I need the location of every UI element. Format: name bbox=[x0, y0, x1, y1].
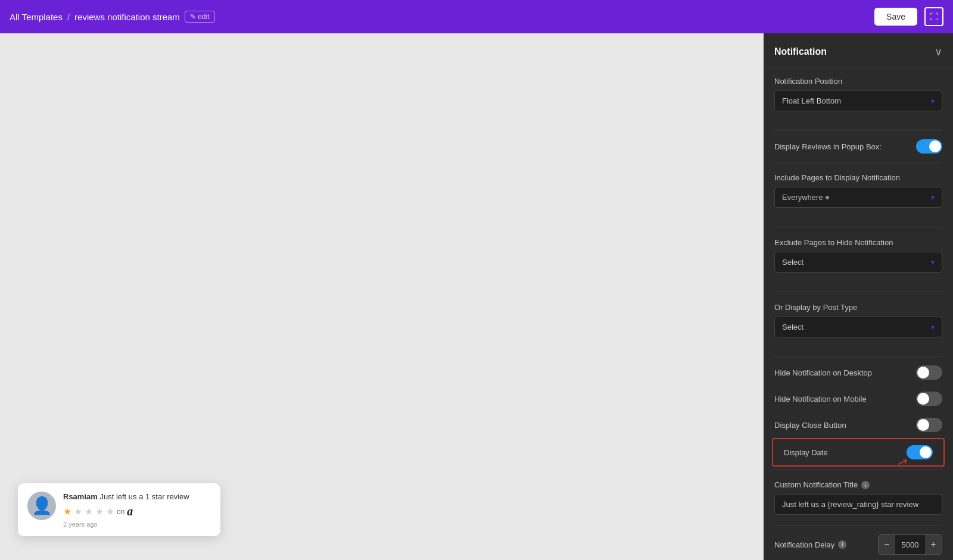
notification-position-dropdown[interactable]: Float Left Bottom ▾ bbox=[774, 90, 942, 111]
divider-2 bbox=[774, 162, 942, 162]
star-rating: ★ ★ ★ ★ ★ on a bbox=[63, 505, 211, 518]
delay-value: 5000 bbox=[895, 535, 925, 554]
notification-delay-info-icon[interactable]: i bbox=[838, 540, 846, 549]
save-button[interactable]: Save bbox=[874, 8, 917, 26]
delay-increase-button[interactable]: + bbox=[925, 535, 942, 554]
notification-delay-row: Notification Delay i − 5000 + bbox=[764, 528, 953, 560]
post-type-section: Or Display by Post Type Select ▾ bbox=[764, 295, 953, 354]
notification-position-section: Notification Position Float Left Bottom … bbox=[764, 68, 953, 128]
panel-title: Notification bbox=[774, 46, 827, 57]
hide-mobile-track[interactable] bbox=[916, 392, 942, 406]
time-ago: 2 years ago bbox=[63, 521, 211, 528]
exclude-pages-section: Exclude Pages to Hide Notification Selec… bbox=[764, 230, 953, 289]
include-pages-dropdown[interactable]: Everywhere ▾ bbox=[774, 187, 942, 208]
notification-position-value: Float Left Bottom bbox=[782, 96, 841, 105]
post-type-value: Select bbox=[782, 323, 803, 331]
hide-desktop-toggle[interactable] bbox=[916, 365, 942, 380]
notification-card: 👤 Rsamiam Just left us a 1 star review ★… bbox=[18, 483, 220, 536]
divider-3 bbox=[774, 227, 942, 227]
delay-decrease-button[interactable]: − bbox=[879, 535, 895, 554]
display-close-label: Display Close Button bbox=[774, 421, 846, 430]
everywhere-value: Everywhere bbox=[782, 193, 823, 202]
right-panel: Notification ∨ Notification Position Flo… bbox=[764, 33, 953, 560]
display-reviews-label: Display Reviews in Popup Box: bbox=[774, 142, 882, 151]
display-close-toggle[interactable] bbox=[916, 418, 942, 432]
display-reviews-toggle[interactable] bbox=[916, 139, 942, 154]
exclude-pages-arrow-icon: ▾ bbox=[931, 258, 935, 267]
include-pages-section: Include Pages to Display Notification Ev… bbox=[764, 165, 953, 224]
hide-mobile-toggle[interactable] bbox=[916, 392, 942, 406]
all-templates-link[interactable]: All Templates bbox=[10, 12, 63, 22]
breadcrumb-separator: / bbox=[67, 12, 70, 22]
hide-desktop-label: Hide Notification on Desktop bbox=[774, 368, 872, 377]
expand-button[interactable]: ⛶ bbox=[924, 7, 943, 26]
template-name: reviews notification stream bbox=[74, 12, 180, 22]
header: All Templates / reviews notification str… bbox=[0, 0, 953, 33]
star-4: ★ bbox=[95, 506, 104, 517]
display-date-toggle[interactable] bbox=[907, 445, 933, 459]
include-pages-label: Include Pages to Display Notification bbox=[774, 173, 942, 182]
tag-dot-icon bbox=[826, 196, 829, 199]
divider-7 bbox=[774, 525, 942, 526]
display-close-track[interactable] bbox=[916, 418, 942, 432]
display-date-label: Display Date bbox=[784, 448, 828, 457]
header-actions: Save ⛶ bbox=[874, 7, 943, 26]
star-5: ★ bbox=[106, 506, 114, 517]
on-label: on bbox=[117, 508, 124, 516]
post-type-arrow-icon: ▾ bbox=[931, 323, 935, 331]
amazon-logo: a bbox=[127, 505, 133, 518]
exclude-pages-value: Select bbox=[782, 258, 803, 267]
action-text: Just left us a 1 star review bbox=[99, 492, 189, 501]
notification-delay-label: Notification Delay i bbox=[774, 540, 846, 549]
custom-title-label: Custom Notification Title i bbox=[774, 480, 942, 489]
star-1: ★ bbox=[63, 506, 71, 517]
edit-badge[interactable]: ✎ edit bbox=[185, 11, 215, 23]
hide-desktop-row: Hide Notification on Desktop bbox=[764, 359, 953, 386]
display-close-row: Display Close Button bbox=[764, 412, 953, 438]
divider-5 bbox=[774, 356, 942, 357]
hide-desktop-track[interactable] bbox=[916, 365, 942, 380]
display-date-track[interactable] bbox=[907, 445, 933, 459]
avatar-icon: 👤 bbox=[32, 496, 52, 515]
notification-text: Rsamiam Just left us a 1 star review bbox=[63, 492, 211, 502]
display-reviews-row: Display Reviews in Popup Box: bbox=[764, 133, 953, 159]
notification-content: Rsamiam Just left us a 1 star review ★ ★… bbox=[63, 492, 211, 528]
include-pages-arrow-icon: ▾ bbox=[931, 193, 935, 202]
user-name: Rsamiam bbox=[63, 492, 98, 501]
canvas-area: 👤 Rsamiam Just left us a 1 star review ★… bbox=[0, 33, 764, 560]
post-type-label: Or Display by Post Type bbox=[774, 303, 942, 312]
notification-position-label: Notification Position bbox=[774, 77, 942, 86]
main-layout: 👤 Rsamiam Just left us a 1 star review ★… bbox=[0, 33, 953, 560]
notification-position-arrow-icon: ▾ bbox=[931, 97, 935, 105]
notification-delay-label-text: Notification Delay bbox=[774, 540, 834, 549]
panel-header: Notification ∨ bbox=[764, 33, 953, 68]
custom-title-info-icon[interactable]: i bbox=[861, 481, 870, 489]
avatar: 👤 bbox=[27, 492, 56, 520]
hide-mobile-label: Hide Notification on Mobile bbox=[774, 395, 867, 403]
star-3: ★ bbox=[85, 506, 93, 517]
custom-title-label-text: Custom Notification Title bbox=[774, 480, 858, 489]
notification-delay-control: − 5000 + bbox=[878, 534, 942, 555]
custom-title-section: Custom Notification Title i bbox=[764, 472, 953, 523]
post-type-dropdown[interactable]: Select ▾ bbox=[774, 317, 942, 337]
divider-6 bbox=[774, 469, 942, 470]
panel-collapse-button[interactable]: ∨ bbox=[935, 45, 942, 58]
star-2: ★ bbox=[74, 506, 82, 517]
divider-1 bbox=[774, 130, 942, 131]
hide-mobile-row: Hide Notification on Mobile bbox=[764, 386, 953, 412]
exclude-pages-label: Exclude Pages to Hide Notification bbox=[774, 238, 942, 247]
divider-4 bbox=[774, 292, 942, 292]
breadcrumb: All Templates / reviews notification str… bbox=[10, 11, 215, 23]
exclude-pages-dropdown[interactable]: Select ▾ bbox=[774, 252, 942, 273]
everywhere-tag: Everywhere bbox=[782, 193, 931, 202]
display-reviews-track[interactable] bbox=[916, 139, 942, 154]
custom-title-input[interactable] bbox=[774, 494, 942, 515]
display-date-row: Display Date ↗ bbox=[772, 438, 945, 467]
